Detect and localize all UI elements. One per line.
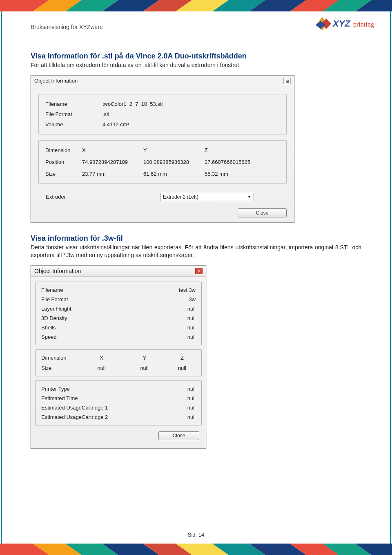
label-fileformat: File Format: [41, 296, 68, 302]
dialog1-title-text: Object Information: [34, 78, 78, 84]
object-info-dialog-stl: Object Information ⊠ Filename twoColor1_…: [31, 75, 294, 223]
value-pos-x: 74.9872894287109: [82, 159, 143, 165]
label-filename: Filename: [45, 101, 102, 107]
label-esttime: Estimated Time: [41, 395, 78, 401]
section1-body: För att tilldela om extrudern för utdata…: [31, 61, 361, 69]
svg-text:XYZ: XYZ: [332, 18, 351, 29]
value-cart1: null: [187, 405, 196, 411]
value-size-y: 61.62 mm: [143, 171, 205, 177]
label-volume: Volume: [45, 121, 102, 128]
dialog1-fieldset-file: Filename twoColor1_2_7_10_53.stl File Fo…: [38, 94, 287, 134]
label-layerheight: Layer Height: [41, 306, 71, 312]
label-shells: Shells: [41, 324, 56, 331]
label-y: Y: [143, 147, 205, 153]
value-pos-y: 100.089385986328: [143, 159, 205, 165]
dialog2-title-text: Object Information: [34, 268, 81, 274]
label-position: Position: [45, 159, 82, 165]
page-footer: Sid. 14: [2, 532, 390, 538]
close-icon[interactable]: ✕: [195, 268, 203, 274]
label-size: Size: [41, 365, 80, 371]
value-cart2: null: [187, 414, 196, 420]
label-x: X: [82, 147, 143, 153]
value-volume: 4.4112 cm³: [102, 121, 129, 128]
label-speed: Speed: [41, 334, 57, 340]
bottom-banner: [0, 544, 392, 555]
top-banner: [0, 0, 392, 11]
value-fileformat: .3w: [187, 296, 196, 302]
value-size-z: null: [166, 365, 198, 371]
label-z: Z: [205, 147, 266, 153]
top-banner-svg: [0, 0, 392, 11]
value-fileformat: .stl: [102, 111, 109, 117]
page-frame: Bruksanvisning för XYZware XYZ printing …: [1, 11, 391, 544]
label-z: Z: [166, 355, 198, 361]
doc-title: Bruksanvisning för XYZware: [31, 24, 103, 30]
value-pos-z: 27.6607666015625: [205, 159, 266, 165]
section1-title: Visa information för .stl på da Vince 2.…: [31, 52, 361, 60]
dialog2-fieldset-printer: Printer Type null Estimated Time null Es…: [35, 380, 202, 425]
value-filename: twoColor1_2_7_10_53.stl: [102, 101, 163, 107]
label-x: X: [80, 355, 123, 361]
value-layerheight: null: [187, 306, 196, 312]
extruder-row: Extruder Extruder 2 (Left) ▼: [38, 190, 287, 203]
extruder-selected-value: Extruder 2 (Left): [163, 194, 198, 200]
label-dimension: Dimension: [41, 355, 80, 361]
label-fileformat: File Format: [45, 111, 102, 117]
close-icon[interactable]: ⊠: [283, 78, 291, 84]
value-filename: test.3w: [179, 287, 196, 293]
label-extruder: Extruder: [46, 194, 160, 200]
value-density: null: [187, 315, 196, 321]
dialog2-fieldset-dim: Dimension X Y Z Size null null null: [35, 349, 202, 376]
value-size-x: null: [80, 365, 123, 371]
label-density: 3D Density: [41, 315, 67, 321]
dialog2-titlebar: Object Information ✕: [31, 266, 206, 277]
close-button[interactable]: Close: [158, 431, 199, 440]
value-size-x: 23.77 mm: [82, 171, 143, 177]
object-info-dialog-3w: Object Information ✕ Filename test.3w Fi…: [31, 265, 206, 449]
dialog2-fieldset-file: Filename test.3w File Format .3w Layer H…: [35, 282, 202, 345]
value-size-y: null: [123, 365, 166, 371]
label-cart2: Estimated UsageCartridge 2: [41, 414, 108, 420]
value-printertype: null: [187, 386, 196, 392]
section2-body: Detta fönster visar utskriftsinställning…: [31, 244, 361, 260]
value-esttime: null: [187, 395, 196, 401]
label-printertype: Printer Type: [41, 386, 70, 392]
label-filename: Filename: [41, 287, 63, 293]
bottom-banner-svg: [0, 544, 392, 555]
value-size-z: 55.32 mm: [205, 171, 266, 177]
chevron-down-icon: ▼: [247, 195, 251, 199]
brand-logo: XYZ printing: [312, 13, 374, 36]
close-button[interactable]: Close: [238, 208, 287, 217]
extruder-select[interactable]: Extruder 2 (Left) ▼: [160, 193, 254, 201]
value-shells: null: [187, 324, 196, 331]
dialog1-titlebar: Object Information ⊠: [31, 76, 294, 87]
svg-text:printing: printing: [353, 21, 374, 28]
label-size: Size: [45, 171, 82, 177]
page-header: Bruksanvisning för XYZware: [31, 24, 361, 32]
label-dimension: Dimension: [45, 147, 82, 153]
label-y: Y: [123, 355, 166, 361]
dialog1-fieldset-dim: Dimension X Y Z Position 74.987289428710…: [38, 140, 287, 184]
section2-title: Visa information för .3w-fil: [31, 234, 361, 243]
label-cart1: Estimated UsageCartridge 1: [41, 405, 108, 411]
value-speed: null: [187, 334, 196, 340]
